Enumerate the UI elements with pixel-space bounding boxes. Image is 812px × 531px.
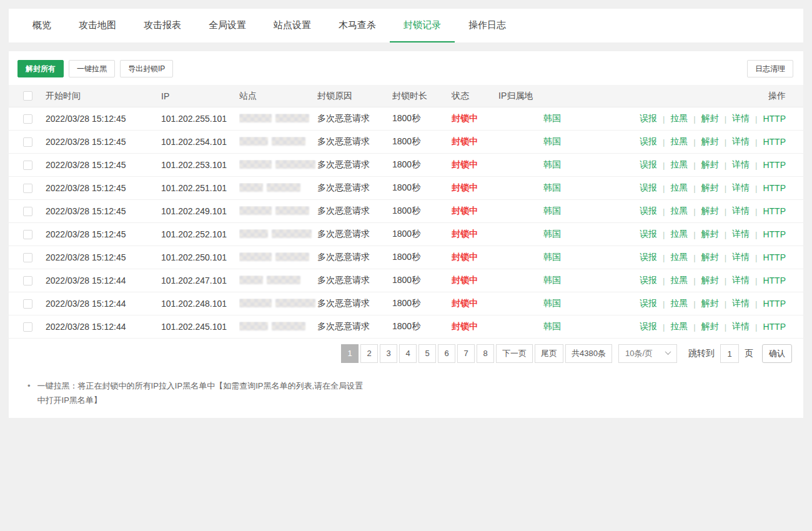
column-header-start-time: 开始时间 <box>46 91 161 102</box>
page-button-6[interactable]: 6 <box>438 344 455 363</box>
row-checkbox[interactable] <box>23 230 32 239</box>
blacklist-all-button[interactable]: 一键拉黑 <box>69 60 115 77</box>
censored-site-image <box>239 275 300 284</box>
page-button-7[interactable]: 7 <box>457 344 475 363</box>
page-button-3[interactable]: 3 <box>380 344 397 363</box>
tab-3[interactable]: 攻击报表 <box>130 9 195 42</box>
row-checkbox[interactable] <box>23 184 32 193</box>
action-unblock[interactable]: 解封 <box>701 113 719 124</box>
page-button-5[interactable]: 5 <box>418 344 436 363</box>
action-misreport[interactable]: 误报 <box>640 136 657 147</box>
action-http[interactable]: HTTP <box>763 206 786 216</box>
action-details[interactable]: 详情 <box>732 136 750 147</box>
action-details[interactable]: 详情 <box>732 298 750 309</box>
row-checkbox[interactable] <box>23 299 32 309</box>
action-http[interactable]: HTTP <box>763 183 786 193</box>
action-http[interactable]: HTTP <box>763 160 786 170</box>
page-button-2[interactable]: 2 <box>360 344 378 363</box>
action-blacklist[interactable]: 拉黑 <box>670 321 688 332</box>
cell-ip-location: 韩国 <box>498 321 640 332</box>
separator: | <box>725 322 726 332</box>
action-blacklist[interactable]: 拉黑 <box>670 275 688 286</box>
cell-actions: 误报|拉黑|解封|详情|HTTP <box>640 229 786 240</box>
jump-page-input[interactable] <box>720 344 739 363</box>
action-http[interactable]: HTTP <box>763 299 786 309</box>
action-unblock[interactable]: 解封 <box>701 229 719 240</box>
action-details[interactable]: 详情 <box>732 206 750 217</box>
action-misreport[interactable]: 误报 <box>640 229 657 240</box>
censored-site-image <box>239 322 305 330</box>
action-http[interactable]: HTTP <box>763 137 786 147</box>
confirm-button[interactable]: 确认 <box>762 344 792 363</box>
page-unit-label: 页 <box>745 348 753 359</box>
action-blacklist[interactable]: 拉黑 <box>670 298 688 309</box>
action-details[interactable]: 详情 <box>732 159 750 171</box>
tab-8[interactable]: 操作日志 <box>455 9 520 42</box>
action-misreport[interactable]: 误报 <box>640 206 657 217</box>
tab-1[interactable]: 概览 <box>19 9 65 42</box>
action-http[interactable]: HTTP <box>763 114 786 124</box>
page-size-select[interactable]: 10条/页 <box>618 344 677 363</box>
action-blacklist[interactable]: 拉黑 <box>670 113 688 124</box>
last-page-button[interactable]: 尾页 <box>535 344 563 363</box>
action-blacklist[interactable]: 拉黑 <box>670 229 688 240</box>
cell-start-time: 2022/03/28 15:12:45 <box>46 160 161 170</box>
action-misreport[interactable]: 误报 <box>640 113 657 124</box>
action-misreport[interactable]: 误报 <box>640 182 657 194</box>
action-unblock[interactable]: 解封 <box>701 298 719 309</box>
action-http[interactable]: HTTP <box>763 229 786 239</box>
cell-start-time: 2022/03/28 15:12:45 <box>46 183 161 193</box>
log-clean-button[interactable]: 日志清理 <box>747 60 793 77</box>
action-unblock[interactable]: 解封 <box>701 159 719 171</box>
action-unblock[interactable]: 解封 <box>701 206 719 217</box>
row-checkbox[interactable] <box>23 276 32 285</box>
unblock-all-button[interactable]: 解封所有 <box>17 60 64 77</box>
row-checkbox[interactable] <box>23 253 32 262</box>
row-checkbox[interactable] <box>23 114 32 124</box>
action-details[interactable]: 详情 <box>732 275 750 286</box>
cell-block-duration: 1800秒 <box>392 182 452 194</box>
action-blacklist[interactable]: 拉黑 <box>670 182 688 194</box>
export-blocked-ip-button[interactable]: 导出封锁IP <box>120 60 173 77</box>
action-details[interactable]: 详情 <box>732 321 750 332</box>
row-checkbox[interactable] <box>23 207 32 216</box>
separator: | <box>693 322 695 332</box>
action-blacklist[interactable]: 拉黑 <box>670 159 688 171</box>
select-all-checkbox[interactable] <box>23 91 32 101</box>
action-misreport[interactable]: 误报 <box>640 159 657 171</box>
tab-2[interactable]: 攻击地图 <box>65 9 130 42</box>
action-unblock[interactable]: 解封 <box>701 321 719 332</box>
action-misreport[interactable]: 误报 <box>640 321 657 332</box>
row-checkbox[interactable] <box>23 161 32 170</box>
action-unblock[interactable]: 解封 <box>701 275 719 286</box>
action-details[interactable]: 详情 <box>732 182 750 194</box>
action-http[interactable]: HTTP <box>763 275 786 285</box>
action-blacklist[interactable]: 拉黑 <box>670 252 688 263</box>
row-checkbox[interactable] <box>23 137 32 147</box>
separator: | <box>755 114 757 124</box>
tab-4[interactable]: 全局设置 <box>195 9 260 42</box>
separator: | <box>663 207 665 216</box>
page-button-4[interactable]: 4 <box>399 344 417 363</box>
action-misreport[interactable]: 误报 <box>640 252 657 263</box>
action-misreport[interactable]: 误报 <box>640 275 657 286</box>
next-page-button[interactable]: 下一页 <box>496 344 533 363</box>
action-http[interactable]: HTTP <box>763 252 786 262</box>
action-blacklist[interactable]: 拉黑 <box>670 206 688 217</box>
action-unblock[interactable]: 解封 <box>701 136 719 147</box>
action-misreport[interactable]: 误报 <box>640 298 657 309</box>
action-unblock[interactable]: 解封 <box>701 252 719 263</box>
separator: | <box>663 276 665 285</box>
action-details[interactable]: 详情 <box>732 229 750 240</box>
tab-6[interactable]: 木马查杀 <box>325 9 390 42</box>
action-details[interactable]: 详情 <box>732 113 750 124</box>
action-blacklist[interactable]: 拉黑 <box>670 136 688 147</box>
action-unblock[interactable]: 解封 <box>701 182 719 194</box>
page-button-8[interactable]: 8 <box>477 344 494 363</box>
tab-5[interactable]: 站点设置 <box>260 9 325 42</box>
action-details[interactable]: 详情 <box>732 252 750 263</box>
tab-7[interactable]: 封锁记录 <box>390 9 455 42</box>
page-button-1[interactable]: 1 <box>341 344 359 363</box>
row-checkbox[interactable] <box>23 322 32 332</box>
action-http[interactable]: HTTP <box>763 322 786 332</box>
